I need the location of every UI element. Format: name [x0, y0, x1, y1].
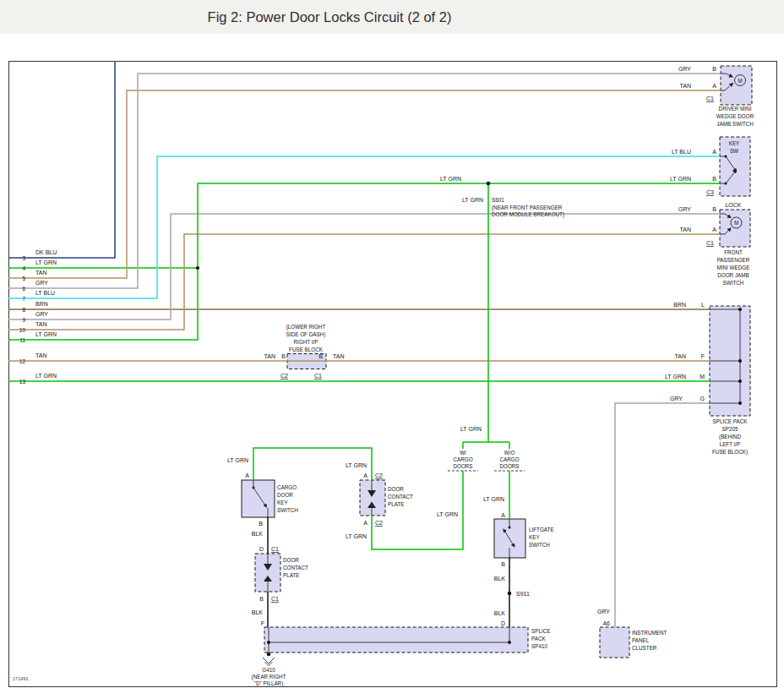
wire-color-label: LT GRN: [440, 176, 461, 182]
terminal-label: A: [712, 149, 716, 155]
circuit-number: 6: [22, 286, 25, 292]
terminal-label: G: [700, 396, 705, 401]
splice-name: S601: [492, 197, 504, 203]
terminal-label: A: [712, 227, 716, 232]
component-name: CONTACT: [283, 565, 308, 571]
splice-dot-s601: [487, 182, 491, 186]
component-name: SPLICE PACK: [713, 418, 749, 424]
variant-label: W/: [460, 450, 466, 456]
terminal-label: L: [701, 302, 705, 308]
variant-label: W/O: [504, 450, 515, 456]
s601-labels: LT GRN LT GRN S601 (NEAR FRONT PASSENGER…: [440, 176, 564, 218]
document-number: 171491: [13, 676, 29, 681]
terminal-label: F: [261, 620, 264, 626]
circuit-number: 13: [19, 379, 26, 385]
terminal-label: A: [501, 512, 505, 518]
component-name: SWITCH: [529, 542, 550, 548]
component-name: DOOR: [388, 486, 404, 492]
circuit-number: 11: [19, 337, 25, 343]
component-name: SIDE OF DASH): [286, 331, 326, 338]
connector-label: C1: [271, 546, 279, 552]
ground-name: G410: [262, 667, 275, 673]
splice-dot-s911: [508, 592, 512, 596]
bus-dot: [508, 641, 511, 644]
terminal-label: B: [281, 353, 286, 359]
cargo-key-switch-box: [242, 480, 275, 517]
variant-label: DOORS: [499, 463, 519, 469]
wire-color-label: TAN: [680, 83, 691, 89]
ground-location: "D" PILLAR): [254, 680, 284, 687]
component-name: CARGO: [277, 484, 297, 490]
wire-color-label: GRY: [678, 66, 691, 72]
bus-dot: [267, 641, 270, 644]
wire-color-label: TAN: [35, 352, 46, 358]
component-name: FUSE BLOCK): [712, 449, 748, 456]
circuit-number: 10: [19, 327, 26, 333]
bus-dot: [738, 380, 742, 383]
wire-color-label: BRN: [35, 301, 48, 307]
terminal-label: D: [501, 620, 505, 626]
junction-dot: [196, 266, 199, 270]
terminal-label: A: [712, 83, 716, 89]
splice-pack-sp410-box: [264, 627, 528, 653]
wire-color-label: TAN: [264, 353, 275, 359]
wire-color-label: GRY: [35, 311, 48, 317]
circuit-number: 4: [22, 265, 25, 271]
wire-color-label: TAN: [35, 270, 46, 276]
ground-dot: [267, 653, 271, 657]
bus-dot: [738, 401, 742, 405]
component-name: PANEL: [632, 637, 650, 643]
connector-label: C2: [375, 520, 383, 526]
wire-color-label: BLK: [494, 576, 506, 582]
wiring-diagram: M M: [0, 0, 784, 699]
connector-label: C1: [706, 96, 714, 101]
wire-ipc-gry: [615, 403, 710, 627]
wire-color-label: LT BLU: [35, 290, 55, 296]
terminal-label: A: [245, 472, 249, 478]
left-circuit-entries: 3 4 5 6 7 8 9 10 11 12 13 DK BLU LT GRN …: [19, 249, 57, 385]
wire-3-dk-blu: [8, 62, 115, 258]
connector-label: C2: [280, 373, 288, 379]
wire-color-label: TAN: [675, 353, 686, 359]
component-name: PLATE: [388, 501, 404, 507]
terminal-label: D: [259, 546, 264, 552]
wire-color-label: LT GRN: [346, 533, 367, 539]
component-name: PASSENGER: [717, 257, 750, 263]
wire-color-label: LT BLU: [672, 149, 691, 155]
connector-label: C3: [706, 189, 714, 195]
connector-label: C1: [314, 373, 322, 379]
terminal-label: B: [712, 176, 716, 182]
component-name: FUSE BLOCK: [289, 347, 324, 352]
wire-color-label: TAN: [680, 227, 691, 232]
component-name: DOOR JAMB: [717, 272, 749, 278]
component-name: DOOR: [277, 492, 293, 498]
wiring-diagram-page: Fig 2: Power Door Locks Circuit (2 of 2): [0, 0, 784, 699]
ground-location: (NEAR RIGHT: [252, 674, 286, 680]
wires: [8, 62, 721, 627]
component-name: RIGHT I/P: [294, 339, 318, 345]
wire-color-label: BLK: [494, 610, 506, 616]
wire-color-label: BLK: [252, 609, 264, 615]
motor-letter: M: [734, 220, 738, 226]
door-contact-plate-upper-box: [360, 480, 385, 516]
wire-color-label: GRY: [597, 609, 610, 614]
variant-label: CARGO: [453, 456, 472, 462]
component-name: DRIVER MINI: [719, 106, 752, 112]
component-name: KEY: [729, 140, 740, 146]
component-name: JAMB SWITCH: [716, 121, 754, 127]
driver-jamb-switch-box: [721, 66, 752, 105]
terminal-label: F: [701, 353, 705, 359]
wire-color-label: LT GRN: [483, 496, 504, 502]
circuit-number: 3: [22, 255, 25, 261]
component-name: SW: [730, 148, 738, 154]
wire-color-label: LT GRN: [227, 457, 248, 463]
variant-label: CARGO: [499, 456, 519, 462]
terminal-label: B: [259, 521, 263, 527]
wire-color-label: LT GRN: [437, 511, 458, 517]
wire-color-label: TAN: [35, 321, 46, 327]
component-name: KEY: [277, 500, 288, 505]
bus-dot: [738, 359, 742, 363]
wire-color-label: GRY: [678, 206, 691, 212]
terminal-label: A: [363, 520, 368, 526]
connector-label: C2: [375, 472, 383, 478]
